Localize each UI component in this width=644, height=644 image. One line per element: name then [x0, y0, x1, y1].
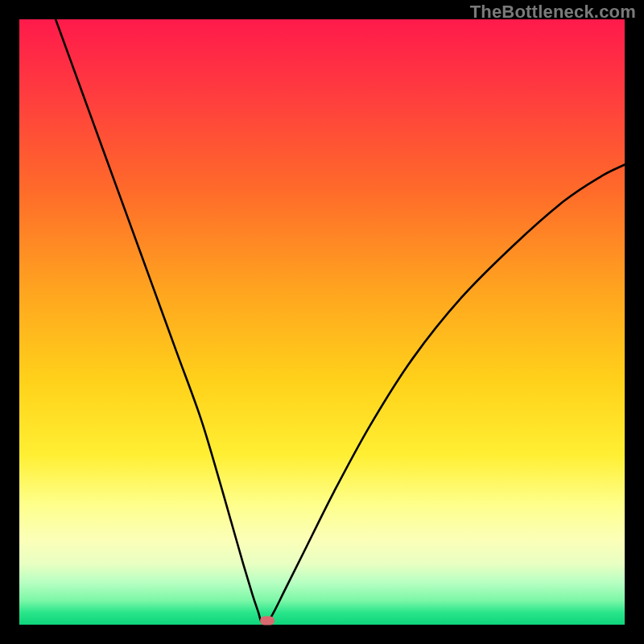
bottleneck-curve	[19, 19, 625, 625]
plot-area	[19, 19, 625, 625]
optimum-marker	[260, 617, 275, 625]
chart-frame: TheBottleneck.com	[0, 0, 644, 644]
